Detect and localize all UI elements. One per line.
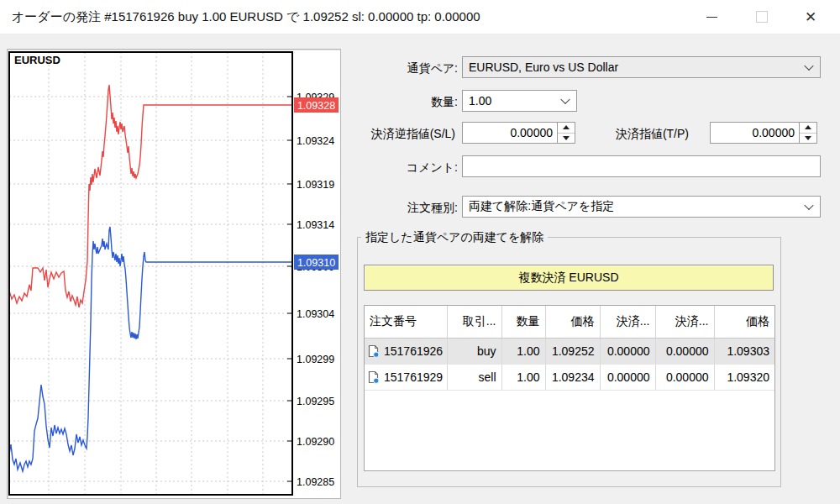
tick-chart-panel: EURUSD 1.093291.093241.093191.093141.093… xyxy=(7,49,341,499)
sl-input[interactable] xyxy=(462,122,558,144)
chevron-down-icon xyxy=(804,61,813,71)
bid-price-badge: 1.09310 xyxy=(294,255,339,270)
comment-field-label: コメント: xyxy=(357,160,458,176)
arrow-down-icon xyxy=(805,136,811,140)
price-axis-label: 1.09295 xyxy=(297,396,334,407)
price-axis-label: 1.09304 xyxy=(297,308,334,320)
symbol-combo-value: EURUSD, Euro vs US Dollar xyxy=(469,60,618,74)
window-title: オーダーの発注 #151761926 buy 1.00 EURUSD で 1.0… xyxy=(12,9,480,25)
price-axis-label: 1.09285 xyxy=(297,476,334,488)
order-icon xyxy=(368,344,380,358)
column-header[interactable]: 決済... xyxy=(600,306,655,339)
table-row[interactable]: 151761929sell1.001.092340.000000.000001.… xyxy=(365,365,774,391)
order-value-cell: 1.09320 xyxy=(714,365,774,391)
spin-up-button[interactable] xyxy=(800,123,816,134)
spin-down-button[interactable] xyxy=(800,134,816,144)
spin-up-button[interactable] xyxy=(558,123,575,134)
hedge-group-legend: 指定した通貨ペアの両建てを解除 xyxy=(361,230,548,245)
ask-line xyxy=(9,85,292,307)
title-bar: オーダーの発注 #151761926 buy 1.00 EURUSD で 1.0… xyxy=(0,0,840,34)
svg-text:1.09310: 1.09310 xyxy=(297,257,335,269)
minimize-icon xyxy=(706,17,717,18)
order-value-cell: 0.00000 xyxy=(655,365,714,391)
table-header-row: 注文番号取引...数量価格決済...決済...価格 xyxy=(365,306,774,339)
comment-input[interactable] xyxy=(462,155,821,177)
order-value-cell: buy xyxy=(447,339,501,365)
column-header[interactable]: 決済... xyxy=(655,306,714,339)
hedge-group-box: 指定した通貨ペアの両建てを解除 複数決済 EURUSD 注文番号取引...数量価… xyxy=(357,237,781,487)
multi-close-button[interactable]: 複数決済 EURUSD xyxy=(364,265,774,291)
order-value-cell: 0.00000 xyxy=(655,339,714,365)
tp-spinner xyxy=(799,122,817,144)
volume-combo[interactable]: 1.00 xyxy=(462,90,577,112)
table-row[interactable]: 151761926buy1.001.092520.000000.000001.0… xyxy=(365,339,774,365)
ask-price-badge: 1.09328 xyxy=(294,97,339,113)
price-axis-label: 1.09290 xyxy=(297,436,334,448)
volume-combo-value: 1.00 xyxy=(469,94,491,108)
column-header[interactable]: 数量 xyxy=(501,306,545,339)
order-value-cell: 1.00 xyxy=(501,365,545,391)
order-type-label: 注文種別: xyxy=(357,201,458,216)
order-icon xyxy=(368,370,380,384)
price-axis-label: 1.09324 xyxy=(297,135,334,147)
price-axis-label: 1.09319 xyxy=(297,179,334,191)
chart-symbol-label: EURUSD xyxy=(14,54,60,66)
orders-table-box: 注文番号取引...数量価格決済...決済...価格 151761926buy1.… xyxy=(364,305,775,471)
arrow-down-icon xyxy=(563,136,570,140)
symbol-field-label: 通貨ペア: xyxy=(357,61,458,76)
chevron-down-icon xyxy=(804,201,813,210)
sl-spinner xyxy=(557,122,575,144)
column-header[interactable]: 価格 xyxy=(545,306,600,339)
bid-line xyxy=(9,227,292,471)
close-button[interactable]: ✕ xyxy=(791,0,830,34)
orders-table: 注文番号取引...数量価格決済...決済...価格 151761926buy1.… xyxy=(365,306,774,391)
column-header[interactable]: 取引... xyxy=(447,306,501,339)
order-value-cell: 1.00 xyxy=(501,339,545,365)
order-type-value: 両建て解除:通貨ペアを指定 xyxy=(469,199,614,214)
order-id-cell: 151761929 xyxy=(365,365,447,391)
order-value-cell: 1.09234 xyxy=(545,365,600,391)
price-axis-label: 1.09314 xyxy=(297,219,334,231)
order-id-cell: 151761926 xyxy=(365,339,447,365)
tp-field-label: 決済指値(T/P) xyxy=(588,127,689,142)
arrow-up-icon xyxy=(805,125,811,129)
arrow-up-icon xyxy=(563,125,570,129)
maximize-button xyxy=(743,0,781,34)
column-header[interactable]: 価格 xyxy=(714,306,774,339)
order-value-cell: 1.09252 xyxy=(545,339,600,365)
svg-text:1.09328: 1.09328 xyxy=(297,100,335,112)
column-header[interactable]: 注文番号 xyxy=(365,306,447,339)
tp-input[interactable] xyxy=(710,122,800,144)
order-value-cell: sell xyxy=(447,365,501,391)
order-value-cell: 0.00000 xyxy=(600,365,655,391)
price-axis-label: 1.09299 xyxy=(297,354,334,365)
minimize-button[interactable] xyxy=(692,0,731,34)
symbol-combo[interactable]: EURUSD, Euro vs US Dollar xyxy=(462,56,821,78)
order-type-combo[interactable]: 両建て解除:通貨ペアを指定 xyxy=(462,196,821,218)
close-icon: ✕ xyxy=(805,10,816,24)
chevron-down-icon xyxy=(560,95,570,104)
order-value-cell: 1.09303 xyxy=(714,339,774,365)
spin-down-button[interactable] xyxy=(558,134,575,144)
volume-field-label: 数量: xyxy=(357,95,458,110)
tick-chart: 1.093291.093241.093191.093141.093091.093… xyxy=(8,50,340,498)
order-value-cell: 0.00000 xyxy=(600,339,655,365)
sl-field-label: 決済逆指値(S/L) xyxy=(354,127,455,142)
maximize-icon xyxy=(756,11,768,23)
